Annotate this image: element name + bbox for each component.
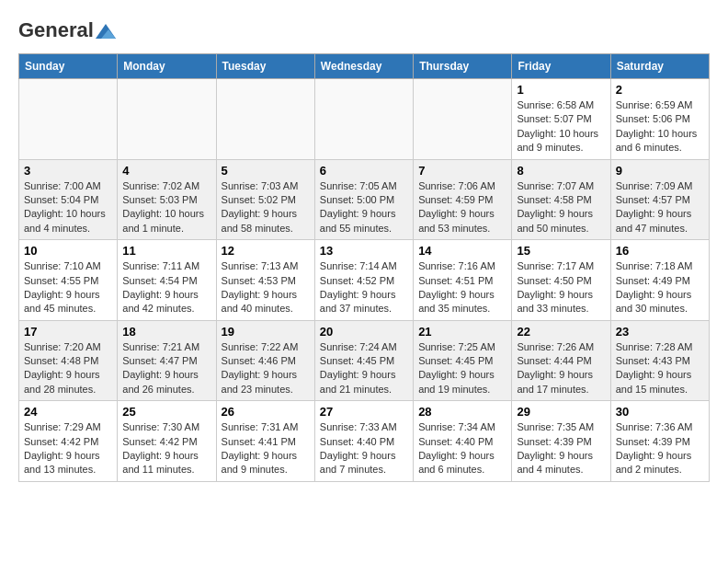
day-number: 27 bbox=[320, 405, 408, 419]
logo: General bbox=[18, 18, 116, 39]
day-info: Sunrise: 7:10 AM Sunset: 4:55 PM Dayligh… bbox=[24, 259, 112, 316]
day-number: 5 bbox=[222, 164, 310, 178]
day-number: 24 bbox=[24, 405, 112, 419]
calendar-cell: 29Sunrise: 7:35 AM Sunset: 4:39 PM Dayli… bbox=[512, 401, 610, 482]
calendar-cell: 20Sunrise: 7:24 AM Sunset: 4:45 PM Dayli… bbox=[314, 320, 413, 401]
calendar-cell bbox=[19, 79, 118, 160]
day-number: 20 bbox=[320, 325, 408, 339]
day-info: Sunrise: 7:18 AM Sunset: 4:49 PM Dayligh… bbox=[616, 259, 704, 316]
day-info: Sunrise: 7:22 AM Sunset: 4:46 PM Dayligh… bbox=[222, 340, 310, 397]
logo-icon bbox=[96, 24, 116, 39]
calendar-cell: 13Sunrise: 7:14 AM Sunset: 4:52 PM Dayli… bbox=[314, 240, 413, 321]
day-info: Sunrise: 7:07 AM Sunset: 4:58 PM Dayligh… bbox=[517, 179, 605, 236]
calendar-header-row: SundayMondayTuesdayWednesdayThursdayFrid… bbox=[19, 54, 710, 79]
day-info: Sunrise: 7:33 AM Sunset: 4:40 PM Dayligh… bbox=[320, 420, 408, 477]
calendar-cell: 10Sunrise: 7:10 AM Sunset: 4:55 PM Dayli… bbox=[19, 240, 118, 321]
calendar-cell: 28Sunrise: 7:34 AM Sunset: 4:40 PM Dayli… bbox=[414, 401, 512, 482]
calendar-cell bbox=[216, 79, 314, 160]
calendar-cell: 21Sunrise: 7:25 AM Sunset: 4:45 PM Dayli… bbox=[414, 320, 512, 401]
day-number: 21 bbox=[418, 325, 506, 339]
calendar-cell: 6Sunrise: 7:05 AM Sunset: 5:00 PM Daylig… bbox=[314, 159, 413, 240]
day-info: Sunrise: 7:25 AM Sunset: 4:45 PM Dayligh… bbox=[418, 340, 506, 397]
day-number: 2 bbox=[616, 83, 704, 97]
calendar-cell: 11Sunrise: 7:11 AM Sunset: 4:54 PM Dayli… bbox=[118, 240, 216, 321]
day-info: Sunrise: 7:34 AM Sunset: 4:40 PM Dayligh… bbox=[418, 420, 506, 477]
day-number: 11 bbox=[122, 244, 210, 258]
day-info: Sunrise: 7:14 AM Sunset: 4:52 PM Dayligh… bbox=[320, 259, 408, 316]
calendar-week-row: 1Sunrise: 6:58 AM Sunset: 5:07 PM Daylig… bbox=[19, 79, 710, 160]
calendar-cell: 2Sunrise: 6:59 AM Sunset: 5:06 PM Daylig… bbox=[610, 79, 709, 160]
day-info: Sunrise: 7:21 AM Sunset: 4:47 PM Dayligh… bbox=[122, 340, 210, 397]
calendar-week-row: 3Sunrise: 7:00 AM Sunset: 5:04 PM Daylig… bbox=[19, 159, 710, 240]
day-number: 19 bbox=[222, 325, 310, 339]
day-info: Sunrise: 7:06 AM Sunset: 4:59 PM Dayligh… bbox=[418, 179, 506, 236]
calendar-cell: 5Sunrise: 7:03 AM Sunset: 5:02 PM Daylig… bbox=[216, 159, 314, 240]
calendar-table: SundayMondayTuesdayWednesdayThursdayFrid… bbox=[18, 53, 710, 482]
calendar-cell: 14Sunrise: 7:16 AM Sunset: 4:51 PM Dayli… bbox=[414, 240, 512, 321]
day-info: Sunrise: 7:13 AM Sunset: 4:53 PM Dayligh… bbox=[222, 259, 310, 316]
logo-text-general: General bbox=[18, 18, 94, 42]
calendar-cell: 15Sunrise: 7:17 AM Sunset: 4:50 PM Dayli… bbox=[512, 240, 610, 321]
day-number: 6 bbox=[320, 164, 408, 178]
calendar-cell: 7Sunrise: 7:06 AM Sunset: 4:59 PM Daylig… bbox=[414, 159, 512, 240]
day-info: Sunrise: 7:00 AM Sunset: 5:04 PM Dayligh… bbox=[24, 179, 112, 236]
day-info: Sunrise: 7:20 AM Sunset: 4:48 PM Dayligh… bbox=[24, 340, 112, 397]
day-number: 13 bbox=[320, 244, 408, 258]
day-info: Sunrise: 7:28 AM Sunset: 4:43 PM Dayligh… bbox=[616, 340, 704, 397]
weekday-header-thursday: Thursday bbox=[414, 54, 512, 79]
calendar-week-row: 17Sunrise: 7:20 AM Sunset: 4:48 PM Dayli… bbox=[19, 320, 710, 401]
day-number: 9 bbox=[616, 164, 704, 178]
calendar-cell: 4Sunrise: 7:02 AM Sunset: 5:03 PM Daylig… bbox=[118, 159, 216, 240]
calendar-cell: 8Sunrise: 7:07 AM Sunset: 4:58 PM Daylig… bbox=[512, 159, 610, 240]
day-number: 29 bbox=[517, 405, 605, 419]
day-number: 23 bbox=[616, 325, 704, 339]
day-info: Sunrise: 7:05 AM Sunset: 5:00 PM Dayligh… bbox=[320, 179, 408, 236]
weekday-header-wednesday: Wednesday bbox=[314, 54, 413, 79]
day-number: 17 bbox=[24, 325, 112, 339]
calendar-cell: 19Sunrise: 7:22 AM Sunset: 4:46 PM Dayli… bbox=[216, 320, 314, 401]
day-info: Sunrise: 7:26 AM Sunset: 4:44 PM Dayligh… bbox=[517, 340, 605, 397]
day-number: 18 bbox=[122, 325, 210, 339]
day-info: Sunrise: 6:58 AM Sunset: 5:07 PM Dayligh… bbox=[517, 98, 605, 155]
weekday-header-saturday: Saturday bbox=[610, 54, 709, 79]
day-info: Sunrise: 7:09 AM Sunset: 4:57 PM Dayligh… bbox=[616, 179, 704, 236]
day-info: Sunrise: 7:36 AM Sunset: 4:39 PM Dayligh… bbox=[616, 420, 704, 477]
day-number: 28 bbox=[418, 405, 506, 419]
day-number: 14 bbox=[418, 244, 506, 258]
calendar-cell: 18Sunrise: 7:21 AM Sunset: 4:47 PM Dayli… bbox=[118, 320, 216, 401]
calendar-cell bbox=[314, 79, 413, 160]
day-number: 16 bbox=[616, 244, 704, 258]
calendar-cell bbox=[118, 79, 216, 160]
day-info: Sunrise: 7:16 AM Sunset: 4:51 PM Dayligh… bbox=[418, 259, 506, 316]
calendar-cell: 17Sunrise: 7:20 AM Sunset: 4:48 PM Dayli… bbox=[19, 320, 118, 401]
calendar-cell: 26Sunrise: 7:31 AM Sunset: 4:41 PM Dayli… bbox=[216, 401, 314, 482]
weekday-header-monday: Monday bbox=[118, 54, 216, 79]
weekday-header-tuesday: Tuesday bbox=[216, 54, 314, 79]
day-number: 1 bbox=[517, 83, 605, 97]
day-info: Sunrise: 7:29 AM Sunset: 4:42 PM Dayligh… bbox=[24, 420, 112, 477]
day-number: 3 bbox=[24, 164, 112, 178]
day-info: Sunrise: 7:11 AM Sunset: 4:54 PM Dayligh… bbox=[122, 259, 210, 316]
day-info: Sunrise: 7:17 AM Sunset: 4:50 PM Dayligh… bbox=[517, 259, 605, 316]
calendar-week-row: 24Sunrise: 7:29 AM Sunset: 4:42 PM Dayli… bbox=[19, 401, 710, 482]
calendar-cell: 16Sunrise: 7:18 AM Sunset: 4:49 PM Dayli… bbox=[610, 240, 709, 321]
calendar-cell: 23Sunrise: 7:28 AM Sunset: 4:43 PM Dayli… bbox=[610, 320, 709, 401]
calendar-cell: 3Sunrise: 7:00 AM Sunset: 5:04 PM Daylig… bbox=[19, 159, 118, 240]
day-number: 12 bbox=[222, 244, 310, 258]
day-info: Sunrise: 6:59 AM Sunset: 5:06 PM Dayligh… bbox=[616, 98, 704, 155]
day-info: Sunrise: 7:30 AM Sunset: 4:42 PM Dayligh… bbox=[122, 420, 210, 477]
calendar-cell: 24Sunrise: 7:29 AM Sunset: 4:42 PM Dayli… bbox=[19, 401, 118, 482]
day-number: 15 bbox=[517, 244, 605, 258]
day-info: Sunrise: 7:35 AM Sunset: 4:39 PM Dayligh… bbox=[517, 420, 605, 477]
calendar-cell: 22Sunrise: 7:26 AM Sunset: 4:44 PM Dayli… bbox=[512, 320, 610, 401]
calendar-cell: 12Sunrise: 7:13 AM Sunset: 4:53 PM Dayli… bbox=[216, 240, 314, 321]
calendar-week-row: 10Sunrise: 7:10 AM Sunset: 4:55 PM Dayli… bbox=[19, 240, 710, 321]
day-number: 26 bbox=[222, 405, 310, 419]
day-number: 4 bbox=[122, 164, 210, 178]
calendar-cell: 1Sunrise: 6:58 AM Sunset: 5:07 PM Daylig… bbox=[512, 79, 610, 160]
day-number: 10 bbox=[24, 244, 112, 258]
day-number: 25 bbox=[122, 405, 210, 419]
day-info: Sunrise: 7:31 AM Sunset: 4:41 PM Dayligh… bbox=[222, 420, 310, 477]
day-number: 22 bbox=[517, 325, 605, 339]
day-info: Sunrise: 7:24 AM Sunset: 4:45 PM Dayligh… bbox=[320, 340, 408, 397]
